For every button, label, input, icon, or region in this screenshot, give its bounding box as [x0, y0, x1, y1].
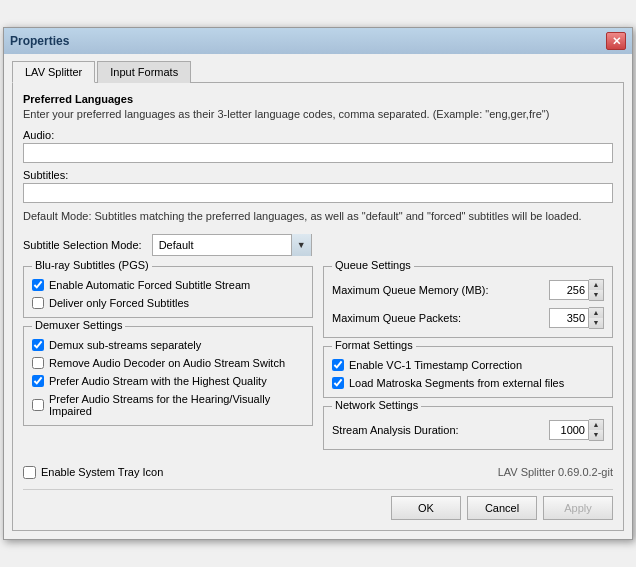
- queue-memory-label: Maximum Queue Memory (MB):: [332, 284, 549, 296]
- network-settings-title: Network Settings: [332, 399, 421, 411]
- demuxer-check-0: Demux sub-streams separately: [32, 339, 304, 351]
- format-check-0: Enable VC-1 Timestamp Correction: [332, 359, 604, 371]
- preferred-languages-desc: Enter your preferred languages as their …: [23, 107, 613, 122]
- bottom-row: Enable System Tray Icon LAV Splitter 0.6…: [23, 466, 613, 479]
- tab-panel: Preferred Languages Enter your preferred…: [12, 83, 624, 531]
- format-settings-title: Format Settings: [332, 339, 416, 351]
- queue-packets-row: Maximum Queue Packets: ▲ ▼: [332, 307, 604, 329]
- window-title: Properties: [10, 34, 69, 48]
- queue-memory-spin: ▲ ▼: [549, 279, 604, 301]
- queue-settings-group: Queue Settings Maximum Queue Memory (MB)…: [323, 266, 613, 338]
- demuxer-label-3: Prefer Audio Streams for the Hearing/Vis…: [49, 393, 304, 417]
- bluray-checkbox-0[interactable]: [32, 279, 44, 291]
- system-tray-row: Enable System Tray Icon: [23, 466, 163, 479]
- queue-packets-up[interactable]: ▲: [589, 308, 603, 318]
- subtitles-label: Subtitles:: [23, 169, 613, 181]
- queue-settings-title: Queue Settings: [332, 259, 414, 271]
- bluray-checkbox-1[interactable]: [32, 297, 44, 309]
- window-content: LAV Splitter Input Formats Preferred Lan…: [4, 54, 632, 539]
- bluray-label-1: Deliver only Forced Subtitles: [49, 297, 189, 309]
- demuxer-settings-title: Demuxer Settings: [32, 319, 125, 331]
- queue-packets-input[interactable]: [549, 308, 589, 328]
- format-checkbox-0[interactable]: [332, 359, 344, 371]
- queue-packets-label: Maximum Queue Packets:: [332, 312, 549, 324]
- subtitle-mode-select[interactable]: Default ▼: [152, 234, 312, 256]
- ok-button[interactable]: OK: [391, 496, 461, 520]
- cancel-button[interactable]: Cancel: [467, 496, 537, 520]
- network-settings-group: Network Settings Stream Analysis Duratio…: [323, 406, 613, 450]
- bluray-subtitles-title: Blu-ray Subtitles (PGS): [32, 259, 152, 271]
- stream-analysis-input[interactable]: [549, 420, 589, 440]
- title-bar: Properties ✕: [4, 28, 632, 54]
- buttons-row: OK Cancel Apply: [23, 489, 613, 520]
- subtitle-mode-value: Default: [153, 234, 291, 256]
- bluray-check-0: Enable Automatic Forced Subtitle Stream: [32, 279, 304, 291]
- subtitle-mode-label: Subtitle Selection Mode:: [23, 239, 142, 251]
- queue-packets-spin: ▲ ▼: [549, 307, 604, 329]
- two-col-layout: Blu-ray Subtitles (PGS) Enable Automatic…: [23, 266, 613, 458]
- audio-input[interactable]: [23, 143, 613, 163]
- audio-label: Audio:: [23, 129, 613, 141]
- tab-input-formats[interactable]: Input Formats: [97, 61, 191, 83]
- queue-memory-input[interactable]: [549, 280, 589, 300]
- system-tray-label: Enable System Tray Icon: [41, 466, 163, 478]
- stream-analysis-up[interactable]: ▲: [589, 420, 603, 430]
- queue-packets-spin-buttons: ▲ ▼: [589, 307, 604, 329]
- bluray-subtitles-group: Blu-ray Subtitles (PGS) Enable Automatic…: [23, 266, 313, 318]
- preferred-languages-title: Preferred Languages: [23, 93, 613, 105]
- apply-button[interactable]: Apply: [543, 496, 613, 520]
- right-column: Queue Settings Maximum Queue Memory (MB)…: [323, 266, 613, 458]
- tab-bar: LAV Splitter Input Formats: [12, 60, 624, 83]
- stream-analysis-label: Stream Analysis Duration:: [332, 424, 549, 436]
- close-button[interactable]: ✕: [606, 32, 626, 50]
- queue-packets-down[interactable]: ▼: [589, 318, 603, 328]
- stream-analysis-spin-buttons: ▲ ▼: [589, 419, 604, 441]
- format-settings-group: Format Settings Enable VC-1 Timestamp Co…: [323, 346, 613, 398]
- demuxer-label-1: Remove Audio Decoder on Audio Stream Swi…: [49, 357, 285, 369]
- demuxer-check-2: Prefer Audio Stream with the Highest Qua…: [32, 375, 304, 387]
- demuxer-checkbox-2[interactable]: [32, 375, 44, 387]
- demuxer-check-1: Remove Audio Decoder on Audio Stream Swi…: [32, 357, 304, 369]
- demuxer-label-0: Demux sub-streams separately: [49, 339, 201, 351]
- demuxer-settings-group: Demuxer Settings Demux sub-streams separ…: [23, 326, 313, 426]
- demuxer-checkbox-0[interactable]: [32, 339, 44, 351]
- bluray-label-0: Enable Automatic Forced Subtitle Stream: [49, 279, 250, 291]
- select-dropdown-arrow[interactable]: ▼: [291, 234, 311, 256]
- format-check-1: Load Matroska Segments from external fil…: [332, 377, 604, 389]
- version-text: LAV Splitter 0.69.0.2-git: [498, 466, 613, 478]
- demuxer-label-2: Prefer Audio Stream with the Highest Qua…: [49, 375, 267, 387]
- bluray-check-1: Deliver only Forced Subtitles: [32, 297, 304, 309]
- tab-lav-splitter[interactable]: LAV Splitter: [12, 61, 95, 83]
- format-checkbox-1[interactable]: [332, 377, 344, 389]
- subtitles-input[interactable]: [23, 183, 613, 203]
- default-mode-text: Default Mode: Subtitles matching the pre…: [23, 209, 613, 224]
- stream-analysis-down[interactable]: ▼: [589, 430, 603, 440]
- queue-memory-spin-buttons: ▲ ▼: [589, 279, 604, 301]
- demuxer-check-3: Prefer Audio Streams for the Hearing/Vis…: [32, 393, 304, 417]
- queue-memory-down[interactable]: ▼: [589, 290, 603, 300]
- demuxer-checkbox-3[interactable]: [32, 399, 44, 411]
- system-tray-checkbox[interactable]: [23, 466, 36, 479]
- subtitle-selection-row: Subtitle Selection Mode: Default ▼: [23, 234, 613, 256]
- left-column: Blu-ray Subtitles (PGS) Enable Automatic…: [23, 266, 313, 458]
- stream-analysis-row: Stream Analysis Duration: ▲ ▼: [332, 419, 604, 441]
- queue-memory-row: Maximum Queue Memory (MB): ▲ ▼: [332, 279, 604, 301]
- demuxer-checkbox-1[interactable]: [32, 357, 44, 369]
- stream-analysis-spin: ▲ ▼: [549, 419, 604, 441]
- properties-window: Properties ✕ LAV Splitter Input Formats …: [3, 27, 633, 540]
- format-label-0: Enable VC-1 Timestamp Correction: [349, 359, 522, 371]
- format-label-1: Load Matroska Segments from external fil…: [349, 377, 564, 389]
- queue-memory-up[interactable]: ▲: [589, 280, 603, 290]
